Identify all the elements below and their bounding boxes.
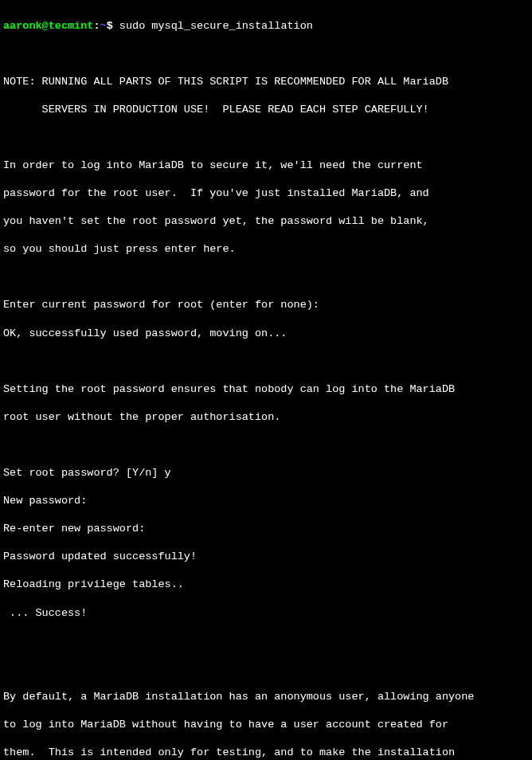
output-line bbox=[3, 131, 529, 145]
output-line: you haven't set the root password yet, t… bbox=[3, 214, 529, 229]
prompt-user-host: aaronk@tecmint bbox=[3, 20, 93, 32]
output-line bbox=[3, 438, 529, 452]
prompt-colon: : bbox=[93, 20, 100, 32]
prompt-path: ~ bbox=[100, 20, 107, 32]
output-line bbox=[3, 47, 529, 61]
output-line: Re-enter new password: bbox=[3, 522, 529, 536]
output-line: By default, a MariaDB installation has a… bbox=[3, 690, 529, 704]
output-line bbox=[3, 634, 529, 648]
output-line: password for the root user. If you've ju… bbox=[3, 186, 529, 201]
output-line: New password: bbox=[3, 494, 529, 508]
output-line: Setting the root password ensures that n… bbox=[3, 382, 529, 397]
terminal-output[interactable]: aaronk@tecmint:~$ sudo mysql_secure_inst… bbox=[3, 5, 529, 760]
output-line: Enter current password for root (enter f… bbox=[3, 298, 529, 312]
output-line: NOTE: RUNNING ALL PARTS OF THIS SCRIPT I… bbox=[3, 75, 529, 89]
prompt-dollar: $ bbox=[107, 20, 119, 32]
output-line: Password updated successfully! bbox=[3, 550, 529, 564]
output-line: ... Success! bbox=[3, 606, 529, 621]
output-line: OK, successfully used password, moving o… bbox=[3, 327, 529, 341]
prompt-line: aaronk@tecmint:~$ sudo mysql_secure_inst… bbox=[3, 19, 529, 33]
output-line bbox=[3, 662, 529, 676]
output-line: SERVERS IN PRODUCTION USE! PLEASE READ E… bbox=[3, 103, 529, 117]
output-line: Reloading privilege tables.. bbox=[3, 578, 529, 592]
output-line: In order to log into MariaDB to secure i… bbox=[3, 159, 529, 173]
output-line bbox=[3, 355, 529, 369]
output-line: root user without the proper authorisati… bbox=[3, 410, 529, 425]
command-text: sudo mysql_secure_installation bbox=[119, 20, 313, 32]
output-line: them. This is intended only for testing,… bbox=[3, 746, 529, 760]
output-line: to log into MariaDB without having to ha… bbox=[3, 718, 529, 732]
output-line: so you should just press enter here. bbox=[3, 242, 529, 257]
output-line bbox=[3, 270, 529, 284]
output-line: Set root password? [Y/n] y bbox=[3, 466, 529, 480]
